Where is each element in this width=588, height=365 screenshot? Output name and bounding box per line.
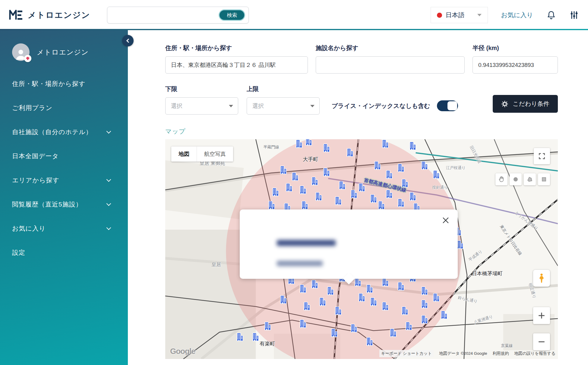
- pegman-control[interactable]: [533, 270, 550, 287]
- building-marker[interactable]: [381, 302, 389, 311]
- fullscreen-button[interactable]: [534, 148, 550, 164]
- building-marker[interactable]: [397, 282, 405, 291]
- terms-link[interactable]: 利用規約: [492, 351, 509, 356]
- map-type-control: 地図 航空写真: [171, 146, 233, 162]
- building-marker[interactable]: [432, 293, 440, 302]
- building-marker[interactable]: [389, 328, 397, 337]
- building-marker[interactable]: [305, 139, 312, 146]
- building-marker[interactable]: [366, 337, 373, 346]
- building-marker[interactable]: [322, 144, 330, 153]
- building-marker[interactable]: [338, 181, 346, 190]
- sidebar-item-1[interactable]: 住所・駅・場所から探す: [0, 72, 128, 96]
- lower-bound-select[interactable]: 選択: [165, 97, 238, 115]
- zoom-in-button[interactable]: [533, 307, 550, 324]
- building-marker[interactable]: [409, 192, 416, 201]
- building-marker[interactable]: [358, 293, 365, 302]
- building-marker[interactable]: [421, 315, 428, 324]
- building-marker[interactable]: [346, 148, 353, 157]
- search-button[interactable]: 検索: [219, 9, 245, 21]
- building-marker[interactable]: [370, 194, 377, 203]
- draw-polygon-tool[interactable]: [524, 173, 536, 185]
- sidebar-item-5[interactable]: エリアから探す: [0, 168, 128, 192]
- building-marker[interactable]: [397, 199, 405, 207]
- building-marker[interactable]: [315, 192, 322, 201]
- building-marker[interactable]: [301, 201, 308, 209]
- building-marker[interactable]: [334, 306, 342, 315]
- sidebar-item-8[interactable]: 設定: [0, 241, 128, 265]
- building-marker[interactable]: [311, 177, 318, 185]
- pan-hand-tool[interactable]: [495, 173, 507, 185]
- sidebar-item-2[interactable]: ご利用プラン: [0, 96, 128, 120]
- draw-rectangle-tool[interactable]: [538, 173, 550, 185]
- sidebar-collapse-button[interactable]: [122, 35, 134, 46]
- notification-bell-icon[interactable]: [546, 10, 556, 20]
- building-marker[interactable]: [271, 187, 279, 196]
- building-marker[interactable]: [381, 139, 389, 148]
- building-marker[interactable]: [299, 185, 306, 194]
- popup-close-button[interactable]: [441, 216, 450, 225]
- building-marker[interactable]: [385, 170, 393, 179]
- sidebar-item-6[interactable]: 閲覧履歴（直近5施設）: [0, 192, 128, 216]
- building-marker[interactable]: [334, 197, 342, 205]
- chevron-down-icon: [477, 14, 482, 16]
- building-marker[interactable]: [374, 161, 381, 170]
- building-marker[interactable]: [385, 190, 393, 199]
- building-marker[interactable]: [252, 333, 259, 341]
- price-index-toggle[interactable]: [437, 100, 458, 111]
- building-marker[interactable]: [291, 172, 299, 181]
- building-marker[interactable]: [354, 278, 361, 286]
- building-marker[interactable]: [279, 166, 287, 175]
- building-marker[interactable]: [405, 322, 413, 330]
- map-attribution: キーボード ショートカット 地図データ ©2024 Google 利用規約 地図…: [379, 350, 555, 357]
- sidebar-item-7[interactable]: お気に入り: [0, 216, 128, 241]
- building-marker[interactable]: [330, 328, 338, 337]
- settings-sliders-icon[interactable]: [569, 10, 579, 20]
- building-marker[interactable]: [358, 183, 365, 192]
- building-marker[interactable]: [326, 287, 334, 295]
- building-marker[interactable]: [421, 161, 428, 170]
- main-content: 住所・駅・場所から探す 施設名から探す 半径 (km) 下限 選択: [128, 30, 588, 365]
- draw-circle-tool[interactable]: [510, 173, 522, 185]
- map-canvas[interactable]: 皇居 東御苑大手町半蔵門線首都高速都心環状線江戸桜通り按針通り旧日光街道とうかん…: [165, 139, 558, 359]
- building-marker[interactable]: [409, 141, 416, 150]
- upper-bound-select[interactable]: 選択: [247, 97, 320, 115]
- building-marker[interactable]: [370, 297, 377, 306]
- building-marker[interactable]: [421, 287, 428, 295]
- building-marker[interactable]: [381, 278, 389, 286]
- building-marker[interactable]: [397, 163, 405, 172]
- building-marker[interactable]: [264, 322, 271, 330]
- building-marker[interactable]: [350, 190, 357, 199]
- building-marker[interactable]: [440, 311, 448, 319]
- building-marker[interactable]: [267, 201, 275, 209]
- building-marker[interactable]: [350, 324, 357, 332]
- building-marker[interactable]: [401, 179, 409, 187]
- sidebar-item-3[interactable]: 自社施設（自分のホテル）: [0, 120, 128, 144]
- favorites-link[interactable]: お気に入り: [501, 11, 533, 19]
- building-marker[interactable]: [401, 306, 409, 315]
- building-marker[interactable]: [303, 302, 310, 311]
- language-selector[interactable]: 日本語: [431, 7, 488, 23]
- building-marker[interactable]: [285, 183, 293, 192]
- building-marker[interactable]: [318, 297, 326, 306]
- report-error-link[interactable]: 地図の誤りを報告する: [514, 351, 555, 356]
- building-marker[interactable]: [378, 201, 385, 209]
- building-marker[interactable]: [299, 319, 306, 328]
- building-marker[interactable]: [421, 300, 428, 308]
- advanced-filter-button[interactable]: こだわり条件: [493, 95, 558, 113]
- address-input[interactable]: [165, 56, 308, 74]
- radius-input[interactable]: [473, 56, 558, 74]
- map-type-map-button[interactable]: 地図: [171, 146, 197, 162]
- building-marker[interactable]: [322, 168, 330, 177]
- keyboard-shortcuts-link[interactable]: キーボード ショートカット: [379, 350, 434, 357]
- building-marker[interactable]: [432, 170, 440, 179]
- building-marker[interactable]: [366, 284, 373, 293]
- map-type-satellite-button[interactable]: 航空写真: [197, 146, 233, 162]
- sidebar-item-4[interactable]: 日本全国データ: [0, 144, 128, 168]
- building-marker[interactable]: [311, 280, 318, 289]
- building-marker[interactable]: [279, 295, 287, 304]
- building-marker[interactable]: [295, 139, 302, 148]
- facility-input[interactable]: [316, 56, 465, 74]
- building-marker[interactable]: [236, 333, 244, 341]
- zoom-out-button[interactable]: [533, 333, 550, 350]
- building-marker[interactable]: [299, 284, 306, 293]
